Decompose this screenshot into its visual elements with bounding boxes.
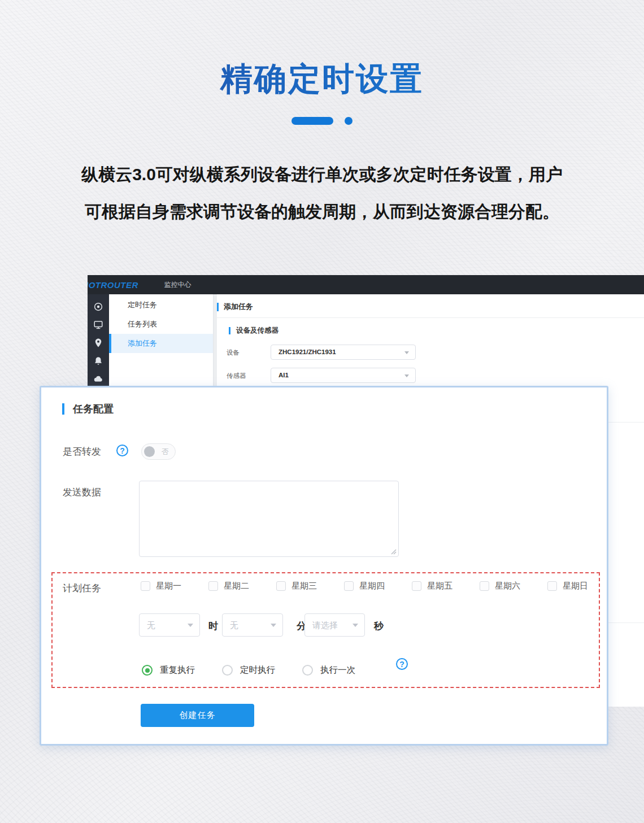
description-line-1: 纵横云3.0可对纵横系列设备进行单次或多次定时任务设置，用户 xyxy=(0,156,644,193)
section-accent-bar xyxy=(229,327,230,334)
location-icon[interactable] xyxy=(93,338,103,348)
resize-handle-icon[interactable] xyxy=(390,548,397,555)
menu-item-2[interactable]: 添加任务 xyxy=(109,334,213,353)
checkbox-icon[interactable] xyxy=(547,581,557,591)
mode-radio-once[interactable]: 执行一次 xyxy=(302,664,355,676)
send-data-textarea[interactable] xyxy=(139,481,399,557)
menu-item-0[interactable]: 定时任务 xyxy=(109,295,213,315)
forward-toggle[interactable]: 否 xyxy=(141,443,176,460)
hour-unit-label: 时 xyxy=(208,620,218,633)
description: 纵横云3.0可对纵横系列设备进行单次或多次定时任务设置，用户 可根据自身需求调节… xyxy=(0,156,644,230)
send-data-label: 发送数据 xyxy=(63,486,101,499)
hour-select[interactable]: 无 xyxy=(139,613,200,637)
question-icon[interactable]: ? xyxy=(116,445,128,456)
weekday-item-6[interactable]: 星期日 xyxy=(547,581,615,591)
radio-icon xyxy=(302,665,313,676)
weekday-item-4[interactable]: 星期五 xyxy=(412,581,480,591)
weekday-checkbox-group: 星期一星期二星期三星期四星期五星期六星期日 xyxy=(141,581,615,591)
page-title: 精确定时设置 xyxy=(0,58,644,101)
checkbox-icon[interactable] xyxy=(276,581,286,591)
chevron-down-icon xyxy=(404,351,409,354)
title-underline xyxy=(0,117,644,125)
create-task-button[interactable]: 创建任务 xyxy=(141,704,254,727)
weekday-label: 星期日 xyxy=(563,581,588,591)
checkbox-icon[interactable] xyxy=(208,581,218,591)
chevron-down-icon xyxy=(404,375,409,377)
device-label: 设备 xyxy=(227,349,240,357)
checkbox-icon[interactable] xyxy=(344,581,354,591)
sensor-select[interactable]: AI1 xyxy=(271,368,416,383)
second-unit-label: 秒 xyxy=(374,620,384,633)
mode-radio-timed[interactable]: 定时执行 xyxy=(222,664,275,676)
schedule-label: 计划任务 xyxy=(63,582,101,595)
checkbox-icon[interactable] xyxy=(412,581,421,591)
task-config-panel: 任务配置 是否转发 ? 否 发送数据 计划任务 星期一星期二星期三星期四星期五星… xyxy=(40,386,608,746)
bell-icon[interactable] xyxy=(93,356,103,366)
forward-label: 是否转发 xyxy=(63,445,101,458)
weekday-label: 星期五 xyxy=(427,581,452,591)
weekday-label: 星期三 xyxy=(291,581,317,591)
toggle-state-label: 否 xyxy=(162,447,169,457)
radio-icon xyxy=(222,665,233,676)
section-title-device-sensor: 设备及传感器 xyxy=(229,326,279,336)
weekday-item-5[interactable]: 星期六 xyxy=(480,581,547,591)
underline-dot xyxy=(345,117,353,125)
weekday-item-0[interactable]: 星期一 xyxy=(141,581,208,591)
minute-select[interactable]: 无 xyxy=(222,613,283,637)
description-line-2: 可根据自身需求调节设备的触发周期，从而到达资源合理分配。 xyxy=(0,193,644,230)
weekday-label: 星期二 xyxy=(224,581,249,591)
top-navbar: IOTROUTER 监控中心 xyxy=(88,275,644,294)
target-icon[interactable] xyxy=(93,302,103,312)
title-accent-bar xyxy=(217,303,219,311)
menu-item-1[interactable]: 任务列表 xyxy=(109,315,213,334)
sensor-label: 传感器 xyxy=(227,372,246,380)
cloud-icon[interactable] xyxy=(93,374,103,384)
chevron-down-icon xyxy=(353,624,358,627)
nav-item-monitor-center[interactable]: 监控中心 xyxy=(164,280,192,290)
weekday-item-3[interactable]: 星期四 xyxy=(344,581,412,591)
second-select[interactable]: 请选择 xyxy=(304,613,365,637)
question-icon[interactable]: ? xyxy=(396,658,408,670)
weekday-label: 星期一 xyxy=(156,581,181,591)
checkbox-icon[interactable] xyxy=(141,581,150,591)
main-page-title: 添加任务 xyxy=(217,302,253,312)
monitor-icon[interactable] xyxy=(93,320,103,330)
section-accent-bar xyxy=(62,403,64,415)
weekday-label: 星期六 xyxy=(495,581,520,591)
weekday-label: 星期四 xyxy=(359,581,385,591)
mode-radio-repeat[interactable]: 重复执行 xyxy=(142,664,195,676)
weekday-item-2[interactable]: 星期三 xyxy=(276,581,344,591)
chevron-down-icon xyxy=(188,624,193,627)
device-select[interactable]: ZHC1921/ZHC1931 xyxy=(271,345,416,360)
weekday-item-1[interactable]: 星期二 xyxy=(208,581,276,591)
toggle-knob xyxy=(144,446,155,457)
page: 精确定时设置 纵横云3.0可对纵横系列设备进行单次或多次定时任务设置，用户 可根… xyxy=(0,0,644,823)
checkbox-icon[interactable] xyxy=(480,581,489,591)
radio-icon xyxy=(142,665,153,676)
section-title-task-config: 任务配置 xyxy=(62,402,114,416)
divider xyxy=(217,317,644,318)
iotrouter-logo: IOTROUTER xyxy=(88,280,138,290)
underline-bar xyxy=(291,117,333,125)
send-data-field xyxy=(139,481,399,557)
chevron-down-icon xyxy=(271,624,276,627)
